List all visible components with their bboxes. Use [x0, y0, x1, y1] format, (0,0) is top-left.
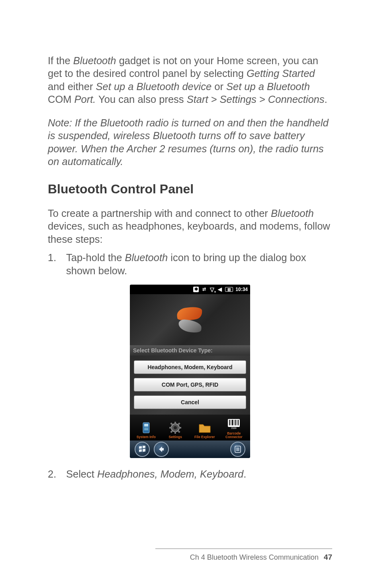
device-screenshot: ✱ ⇄ ▽x ◀ ▥ 10:34 Select Bluetooth Device…	[48, 285, 332, 458]
cancel-button[interactable]: Cancel	[134, 395, 246, 409]
battery-status-icon: ▥	[225, 287, 233, 292]
text: COM	[48, 94, 74, 105]
dock-label: Settings	[168, 435, 182, 439]
gear-icon	[169, 421, 182, 434]
status-time: 10:34	[235, 287, 248, 292]
text: You can also press	[96, 94, 186, 105]
svg-rect-9	[179, 427, 181, 429]
para-note: Note: If the Bluetooth radio is turned o…	[48, 116, 332, 169]
com-port-gps-rfid-button[interactable]: COM Port, GPS, RFID	[134, 378, 246, 391]
soft-key-bar	[130, 441, 250, 458]
text-italic: Headphones, Modem, Keyboard	[97, 468, 243, 480]
svg-rect-19	[235, 420, 236, 425]
dock-label: BarcodeConnector	[225, 432, 243, 439]
svg-text:3520: 3520	[231, 427, 237, 429]
connection-status-icon: ⇄	[201, 287, 207, 292]
dock: System Info Settings File Explorer	[130, 415, 250, 441]
dock-label: System Info	[137, 435, 156, 439]
svg-rect-8	[169, 427, 172, 429]
footer-page-number: 47	[324, 553, 332, 561]
dock-settings[interactable]: Settings	[163, 421, 188, 439]
text-italic: Bluetooth	[125, 252, 168, 263]
dock-label: File Explorer	[194, 435, 215, 439]
step-1: 1. Tap-hold the Bluetooth icon to bring …	[48, 251, 332, 277]
select-device-type-label: Select Bluetooth Device Type:	[130, 345, 250, 356]
svg-rect-20	[237, 420, 237, 425]
svg-rect-26	[143, 449, 145, 452]
start-button[interactable]	[135, 442, 150, 457]
svg-rect-1	[144, 424, 148, 427]
svg-rect-23	[139, 446, 142, 449]
volume-status-icon: ◀	[217, 287, 223, 292]
text: .	[243, 468, 246, 480]
svg-rect-2	[144, 428, 148, 429]
step-number: 1.	[48, 251, 56, 264]
svg-rect-24	[143, 446, 145, 448]
heading-bluetooth-control-panel: Bluetooth Control Panel	[48, 182, 332, 197]
svg-rect-18	[234, 420, 234, 425]
svg-rect-17	[232, 420, 233, 425]
text: Tap-hold the	[66, 252, 125, 263]
text: and either	[48, 81, 96, 92]
svg-rect-15	[229, 420, 230, 425]
text: .	[325, 94, 327, 105]
svg-rect-6	[174, 422, 176, 424]
svg-rect-3	[144, 429, 148, 430]
step-2: 2. Select Headphones, Modem, Keyboard.	[48, 468, 332, 481]
page-footer: Ch 4 Bluetooth Wireless Communication 47	[190, 553, 332, 562]
dock-barcode-connector[interactable]: 3520 BarcodeConnector	[221, 418, 247, 439]
logo-area	[130, 294, 250, 345]
bluetooth-status-icon: ✱	[193, 287, 199, 292]
status-bar: ✱ ⇄ ▽x ◀ ▥ 10:34	[130, 285, 250, 294]
text-italic: Bluetooth	[73, 55, 116, 66]
dock-system-info[interactable]: System Info	[133, 421, 159, 439]
para-intro-steps: To create a partnership with and connect…	[48, 207, 332, 246]
text-italic: Getting Started	[247, 68, 315, 79]
system-info-icon	[140, 421, 153, 434]
barcode-icon: 3520	[227, 418, 240, 431]
svg-point-5	[174, 426, 177, 429]
text: If the	[48, 55, 73, 66]
dialog-body: Headphones, Modem, Keyboard COM Port, GP…	[130, 356, 250, 415]
text-italic: Port.	[74, 94, 96, 105]
signal-status-icon: ▽x	[209, 287, 215, 292]
device-frame: ✱ ⇄ ▽x ◀ ▥ 10:34 Select Bluetooth Device…	[130, 285, 250, 458]
text-italic: Set up a Bluetooth	[226, 81, 310, 92]
text-italic: Start > Settings > Connections	[187, 94, 325, 105]
text: or	[212, 81, 226, 92]
dock-file-explorer[interactable]: File Explorer	[192, 421, 217, 439]
headphones-modem-keyboard-button[interactable]: Headphones, Modem, Keyboard	[134, 360, 246, 374]
menu-button[interactable]	[230, 442, 245, 457]
swirl-logo-icon	[174, 307, 206, 332]
para-intro: If the Bluetooth gadget is not on your H…	[48, 54, 332, 106]
text-italic: Set up a Bluetooth device	[96, 81, 212, 92]
svg-rect-21	[238, 420, 239, 425]
text: Select	[66, 468, 97, 480]
svg-rect-16	[231, 420, 231, 425]
svg-rect-7	[174, 431, 176, 434]
text: devices, such as headphones, keyboards, …	[48, 220, 330, 245]
footer-rule	[155, 549, 332, 549]
step-number: 2.	[48, 468, 56, 481]
text-italic: Bluetooth	[271, 208, 314, 219]
svg-rect-25	[139, 449, 142, 452]
text: To create a partnership with and connect…	[48, 208, 271, 219]
back-button[interactable]	[154, 442, 169, 457]
footer-chapter: Ch 4 Bluetooth Wireless Communication	[190, 553, 319, 561]
folder-icon	[198, 421, 211, 434]
